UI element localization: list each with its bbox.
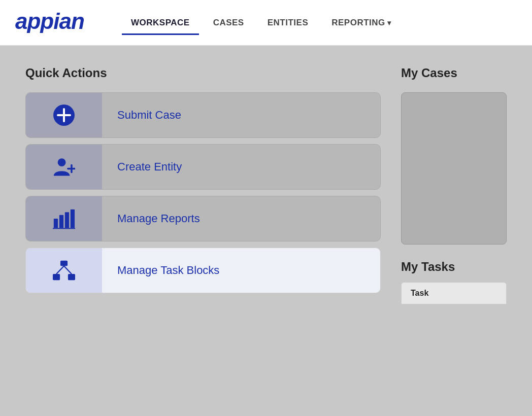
svg-line-15 — [56, 266, 64, 274]
manage-task-blocks-card[interactable]: Manage Task Blocks — [25, 248, 381, 293]
chevron-down-icon: ▾ — [387, 19, 391, 27]
manage-reports-icon-area — [26, 196, 102, 241]
create-entity-label: Create Entity — [102, 160, 182, 174]
main-content: Quick Actions Submit Case — [0, 46, 532, 325]
svg-rect-8 — [59, 215, 63, 228]
svg-rect-12 — [60, 261, 68, 266]
svg-rect-7 — [54, 219, 58, 228]
nav-cases[interactable]: CASES — [204, 14, 253, 32]
appian-logo-svg: appian — [15, 8, 96, 33]
submit-case-label: Submit Case — [102, 109, 181, 122]
manage-task-blocks-icon-area — [26, 248, 102, 293]
submit-case-icon-area — [26, 93, 102, 137]
person-plus-icon — [53, 156, 75, 178]
plus-circle-icon — [52, 103, 76, 127]
app-logo[interactable]: appian — [15, 8, 96, 38]
manage-task-blocks-label: Manage Task Blocks — [102, 264, 219, 277]
nav-reporting-label: REPORTING — [331, 18, 385, 28]
tasks-table-header: Task — [401, 282, 507, 304]
svg-rect-10 — [71, 210, 75, 228]
action-cards-list: Submit Case Cr — [25, 92, 381, 293]
task-column-header: Task — [411, 289, 428, 297]
bar-chart-icon — [53, 207, 75, 230]
svg-line-16 — [64, 266, 72, 274]
svg-rect-9 — [65, 212, 69, 228]
svg-rect-13 — [53, 274, 60, 280]
svg-rect-14 — [68, 274, 75, 280]
svg-text:appian: appian — [15, 9, 84, 33]
nav-entities[interactable]: ENTITIES — [258, 14, 318, 32]
my-cases-box — [401, 92, 507, 245]
manage-reports-card[interactable]: Manage Reports — [25, 196, 381, 241]
manage-reports-label: Manage Reports — [102, 212, 200, 225]
create-entity-card[interactable]: Create Entity — [25, 144, 381, 190]
header: appian WORKSPACE CASES ENTITIES REPORTIN… — [0, 0, 532, 46]
quick-actions-section: Quick Actions Submit Case — [25, 66, 381, 304]
my-tasks-title: My Tasks — [401, 260, 507, 274]
my-cases-title: My Cases — [401, 66, 507, 80]
svg-point-4 — [58, 158, 66, 166]
main-nav: WORKSPACE CASES ENTITIES REPORTING ▾ — [122, 14, 400, 32]
nav-workspace[interactable]: WORKSPACE — [122, 14, 199, 32]
network-icon — [53, 259, 75, 282]
create-entity-icon-area — [26, 145, 102, 189]
logo-text: appian — [15, 8, 96, 38]
right-section: My Cases My Tasks Task — [401, 66, 507, 304]
submit-case-card[interactable]: Submit Case — [25, 92, 381, 138]
quick-actions-title: Quick Actions — [25, 66, 381, 80]
nav-reporting[interactable]: REPORTING ▾ — [322, 14, 400, 32]
